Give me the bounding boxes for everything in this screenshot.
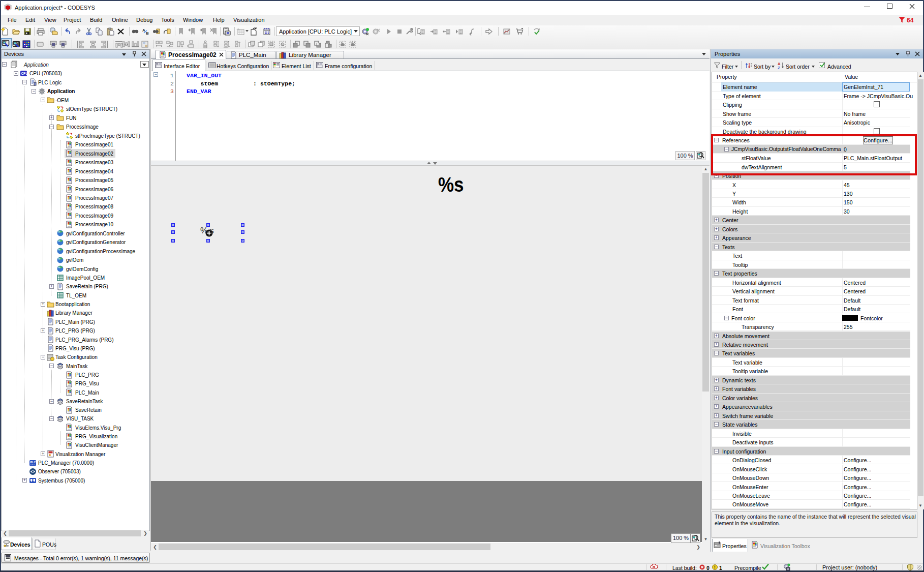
svg-text:CPU: CPU [21,72,27,75]
svg-text:Z: Z [778,66,780,69]
svg-text:PLC: PLC [30,461,36,464]
svg-text:B: B [146,31,149,36]
